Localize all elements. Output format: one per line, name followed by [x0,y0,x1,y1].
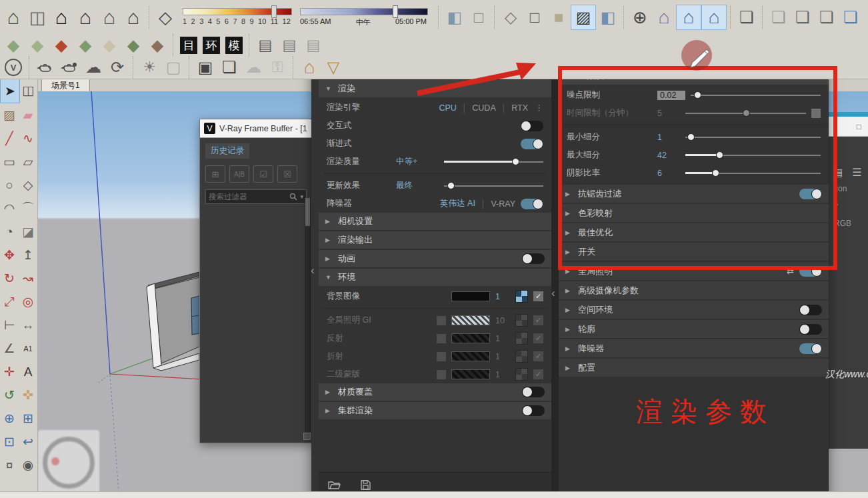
texture-slot-icon[interactable] [515,332,528,345]
stairs3-icon[interactable]: ▤ [301,33,325,57]
slider-handle[interactable] [694,91,701,99]
group-blue-icon[interactable]: ❏ [839,5,863,29]
layers-list-icon[interactable]: ▤ [833,166,843,179]
pan-tool[interactable]: ✜ [19,383,37,407]
shadow-month-slider[interactable]: 123456789101112 [183,4,291,31]
orbit-tool[interactable]: ↺ [0,383,19,407]
menu-icon[interactable]: ☰ [852,166,861,179]
compass-icon[interactable]: ⊕ [628,5,652,29]
enabled-checkbox[interactable]: ✓ [533,291,543,301]
house-sun-icon[interactable]: ⌂ [297,55,321,79]
teapot-interactive-icon[interactable] [57,55,81,79]
frame-buffer-titlebar[interactable]: V V-Ray Frame Buffer - [1 [200,119,312,138]
color-swatch[interactable] [451,333,490,343]
section-抗锯齿过滤[interactable]: ▶抗锯齿过滤 [559,185,829,203]
stairs1-icon[interactable]: ▤ [253,33,277,57]
scroll-corner[interactable] [303,433,311,440]
circle-tool[interactable]: ○ [0,173,19,197]
terrain5-icon[interactable]: ◆ [97,33,121,57]
rotated-rect-tool[interactable]: ▱ [19,150,37,173]
slider[interactable] [685,169,821,178]
frame-buffer-small-icon[interactable]: ▣ [193,55,217,79]
color-swatch[interactable] [451,291,490,301]
section-header-集群渲染[interactable]: ▶集群渲染 [319,402,551,419]
render-frame-dim-icon[interactable]: ▢ [161,55,185,79]
text-tool[interactable]: A1 [19,337,37,360]
section-tool[interactable]: ◪ [19,220,37,243]
color-swatch[interactable] [451,351,490,361]
component-tool[interactable]: ◫ [19,79,37,102]
previous-tool[interactable]: ↩ [19,430,37,453]
teapot-render-icon[interactable] [33,55,57,79]
section-header-环境[interactable]: ▼环境 [319,269,551,286]
lock-dim-icon[interactable]: ⚿ [265,55,289,79]
group-wire-icon[interactable]: ❏ [767,5,791,29]
section-header-相机设置[interactable]: ▶相机设置 [319,213,551,230]
cube-striped-icon[interactable]: ▨ [571,5,596,30]
section-高级摄像机参数[interactable]: ▶高级摄像机参数 [559,281,829,299]
month-slider-handle[interactable] [271,5,277,18]
空间环境-toggle[interactable] [799,305,822,315]
plugin-button-目[interactable]: 目 [180,37,197,54]
offset-tool[interactable]: ◎ [19,290,37,313]
field-value[interactable]: 0.02 [657,91,685,100]
collapse-left-chevron[interactable]: ‹ [311,264,315,277]
time-gradient-bar[interactable] [300,8,428,15]
集群渲染-toggle[interactable] [522,405,545,416]
denoiser-option-英伟达 AI[interactable]: 英伟达 AI [440,198,475,209]
zoom-window-tool[interactable]: ⊞ [19,407,37,430]
enabled-checkbox[interactable]: ✓ [533,351,543,361]
slider-handle[interactable] [712,169,719,177]
ab-compare-button[interactable]: A|B [229,165,249,183]
denoiser-option-V-RAY[interactable]: V-RAY [491,199,515,209]
vray-logo-icon[interactable]: V [1,55,25,79]
slider[interactable] [685,151,821,160]
move-tool[interactable]: ✥ [0,243,19,267]
rect-tool[interactable]: ▭ [0,150,19,173]
search-filter-input[interactable]: 搜索过滤器 ▾ [205,189,307,204]
engine-option-CPU[interactable]: CPU [439,103,456,113]
plugin-button-环[interactable]: 环 [203,37,220,54]
enabled-checkbox[interactable]: ✓ [533,369,543,379]
slider[interactable] [444,181,543,191]
color-swatch[interactable] [451,315,490,325]
cloud-render-icon[interactable]: ☁ [81,55,105,79]
section-全局照明[interactable]: ▶全局照明⇄ [559,262,829,280]
history-scrollbar[interactable] [305,198,311,432]
scale-tool[interactable]: ⤢ [0,290,19,313]
add-snapshot-button[interactable]: ⊞ [205,165,225,183]
slider-handle[interactable] [512,158,519,165]
funnel-icon[interactable]: ▽ [321,55,345,79]
scene-tab[interactable]: 场景号1 [41,79,90,91]
open-file-icon[interactable] [328,480,341,490]
eraser-tool[interactable]: ▰ [19,103,37,127]
terrain3-icon[interactable]: ◆ [49,33,73,57]
section-header-材质覆盖[interactable]: ▶材质覆盖 [319,383,551,401]
cube-wire-icon[interactable]: ◇ [499,5,523,29]
building-icon[interactable]: ◫ [25,5,49,29]
轮廓-toggle[interactable] [799,324,822,335]
cube-tan-icon[interactable]: ■ [547,5,571,29]
slider-handle[interactable] [687,133,695,141]
tilt-box-icon[interactable]: ◇ [153,5,177,29]
freehand-tool[interactable]: ∿ [19,127,37,150]
discard-button[interactable]: ☒ [277,165,297,183]
axes-tool[interactable]: ✛ [0,360,19,383]
texture-slot-icon[interactable] [515,350,528,363]
history-tab[interactable]: 历史记录 [205,143,249,159]
house-blue-icon[interactable]: ⌂ [676,5,701,30]
slider[interactable] [444,157,543,167]
交互式-toggle[interactable] [521,121,543,131]
texture-slot-icon[interactable] [515,290,528,303]
protractor-tool[interactable]: ∠ [0,337,19,360]
enabled-checkbox[interactable]: ✓ [533,333,543,343]
cube-white-icon[interactable]: □ [523,5,547,29]
engine-option-CUDA[interactable]: CUDA [472,103,495,113]
slider[interactable] [685,133,821,142]
house-blue2-icon[interactable]: ⌂ [701,5,727,30]
enabled-checkbox[interactable]: ✓ [533,315,543,325]
restore-icon[interactable]: □ [857,122,861,131]
section-最佳优化[interactable]: ▶最佳优化 [559,223,829,241]
全局照明-toggle[interactable] [799,266,822,277]
shadow-time-slider[interactable]: 06:55 AM 中午 05:00 PM [300,4,431,31]
